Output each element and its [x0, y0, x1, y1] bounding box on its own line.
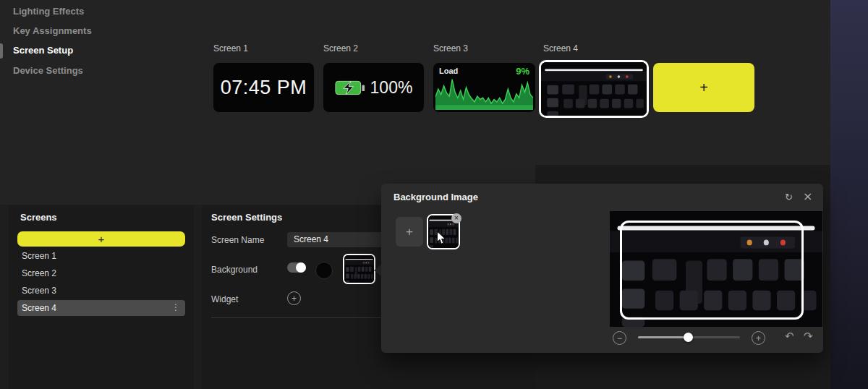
item-menu-kebab-icon[interactable]: ⋮ [171, 302, 180, 312]
screens-list-item-4-selected[interactable]: Screen 4 ⋮ [17, 300, 185, 316]
rotate-right-icon[interactable]: ↷ [804, 330, 813, 343]
background-image-thumbnail[interactable] [343, 254, 375, 284]
add-image-button[interactable]: + [396, 217, 423, 247]
refresh-icon[interactable]: ↻ [785, 192, 793, 202]
battery-icon [335, 80, 365, 96]
keyboard-photo [541, 62, 647, 116]
sidebar-item-device-settings[interactable]: Device Settings [13, 65, 83, 76]
selected-item-label: Screen 4 [22, 303, 56, 313]
background-toggle[interactable] [287, 262, 306, 273]
screen-name-label: Screen Name [211, 235, 264, 245]
active-nav-indicator [0, 43, 3, 59]
screens-list-item-3[interactable]: Screen 3 [22, 286, 56, 296]
zoom-in-button[interactable]: + [752, 331, 765, 345]
add-screen-button[interactable]: + [17, 231, 185, 247]
sidebar-item-screen-setup[interactable]: Screen Setup [13, 45, 73, 56]
load-sparkline-chart [435, 74, 533, 110]
add-widget-button[interactable]: + [287, 291, 301, 305]
desktop-edge-strip [830, 0, 868, 389]
screens-list-item-2[interactable]: Screen 2 [22, 268, 56, 278]
widget-label: Widget [211, 294, 238, 304]
screen2-label: Screen 2 [323, 43, 358, 54]
zoom-slider-fill [638, 336, 688, 338]
clock-value: 07:45 PM [221, 77, 307, 99]
background-color-swatch[interactable] [315, 262, 333, 279]
rotate-left-icon[interactable]: ↶ [785, 330, 794, 343]
sidebar-item-key-assignments[interactable]: Key Assignments [13, 25, 92, 36]
zoom-out-button[interactable]: − [613, 331, 626, 345]
screen4-tile-selected[interactable] [539, 60, 649, 118]
settings-panel-title: Screen Settings [211, 212, 282, 223]
add-screen-tile-button[interactable]: + [653, 63, 754, 112]
screen3-label: Screen 3 [433, 43, 468, 54]
zoom-slider[interactable] [638, 336, 740, 338]
battery-percent: 100% [370, 78, 413, 98]
screen1-tile[interactable]: 07:45 PM [213, 63, 314, 112]
screen2-tile[interactable]: 100% [323, 63, 424, 112]
zoom-slider-knob[interactable] [684, 333, 693, 342]
app-window: Lighting Effects Key Assignments Screen … [0, 0, 868, 389]
background-label: Background [211, 265, 258, 275]
screen4-label: Screen 4 [543, 43, 578, 54]
screen3-tile[interactable]: Load 9% [433, 63, 535, 112]
toggle-knob [296, 262, 306, 273]
mouse-cursor [436, 231, 446, 245]
sidebar-item-lighting-effects[interactable]: Lighting Effects [13, 6, 84, 17]
popover-arrow [374, 265, 381, 276]
screens-panel-title: Screens [20, 212, 57, 223]
screens-list-item-1[interactable]: Screen 1 [22, 251, 56, 261]
close-icon[interactable]: × [803, 189, 812, 203]
screen1-label: Screen 1 [213, 43, 248, 54]
remove-image-icon[interactable]: × [451, 213, 461, 223]
screens-panel: Screens + Screen 1 Screen 2 Screen 3 Scr… [9, 205, 194, 389]
popover-title: Background Image [393, 192, 478, 202]
background-image-popover: Background Image ↻ × + × − + ↶ ↷ [381, 184, 823, 353]
keyboard-photo [344, 255, 374, 283]
crop-frame[interactable] [620, 221, 804, 320]
